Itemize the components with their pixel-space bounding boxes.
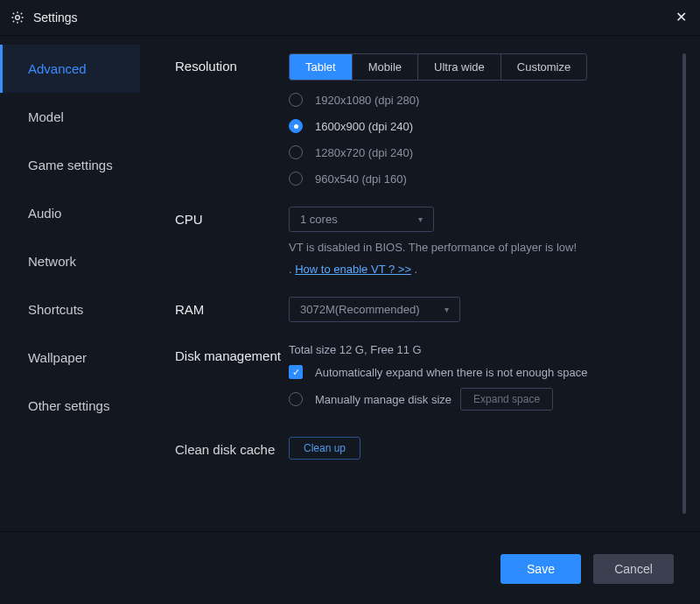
radio-icon <box>289 119 303 133</box>
sidebar-item-other-settings[interactable]: Other settings <box>0 382 140 430</box>
resolution-option-label: 1920x1080 (dpi 280) <box>315 94 419 107</box>
radio-icon <box>289 392 303 406</box>
radio-icon <box>289 172 303 186</box>
clean-up-button[interactable]: Clean up <box>289 437 360 460</box>
sidebar-item-shortcuts[interactable]: Shortcuts <box>0 285 140 334</box>
sidebar-item-game-settings[interactable]: Game settings <box>0 141 140 189</box>
disk-info: Total size 12 G, Free 11 G <box>289 343 665 356</box>
tab-customize[interactable]: Customize <box>501 54 586 80</box>
radio-icon <box>289 145 303 159</box>
disk-manual-option[interactable]: Manually manage disk size Expand space <box>289 388 665 411</box>
tab-mobile[interactable]: Mobile <box>353 54 418 80</box>
sidebar-item-model[interactable]: Model <box>0 93 140 141</box>
chevron-down-icon: ▾ <box>418 214 423 224</box>
radio-icon <box>289 93 303 107</box>
disk-manual-label: Manually manage disk size <box>315 393 452 406</box>
close-icon[interactable]: ✕ <box>672 9 690 26</box>
clean-label: Clean disk cache <box>175 437 289 457</box>
sidebar-item-wallpaper[interactable]: Wallpaper <box>0 334 140 382</box>
resolution-option[interactable]: 1600x900 (dpi 240) <box>289 119 665 133</box>
resolution-label: Resolution <box>175 53 289 74</box>
sidebar-item-network[interactable]: Network <box>0 237 140 285</box>
cpu-value: 1 cores <box>300 213 338 226</box>
vt-help-link[interactable]: How to enable VT ? >> <box>295 263 411 276</box>
cpu-warning: VT is disabled in BIOS. The performance … <box>289 241 665 254</box>
cpu-label: CPU <box>175 207 289 227</box>
resolution-option[interactable]: 1280x720 (dpi 240) <box>289 145 665 159</box>
sidebar: AdvancedModelGame settingsAudioNetworkSh… <box>0 36 140 531</box>
cpu-dropdown[interactable]: 1 cores ▾ <box>289 207 434 232</box>
ram-label: RAM <box>175 297 289 317</box>
footer: Save Cancel <box>0 532 700 604</box>
ram-dropdown[interactable]: 3072M(Recommended) ▾ <box>289 297 460 322</box>
checkbox-icon: ✓ <box>289 365 303 379</box>
disk-auto-label: Automatically expand when there is not e… <box>315 366 587 379</box>
resolution-option[interactable]: 1920x1080 (dpi 280) <box>289 93 665 107</box>
expand-space-button[interactable]: Expand space <box>460 388 553 411</box>
resolution-option-label: 1280x720 (dpi 240) <box>315 146 413 159</box>
chevron-down-icon: ▾ <box>444 305 449 314</box>
resolution-tabs: TabletMobileUltra wideCustomize <box>289 53 587 81</box>
scrollbar[interactable] <box>682 53 686 514</box>
cancel-button[interactable]: Cancel <box>593 554 674 584</box>
tab-ultra-wide[interactable]: Ultra wide <box>418 54 501 80</box>
titlebar: Settings ✕ <box>0 0 700 36</box>
resolution-option-label: 960x540 (dpi 160) <box>315 172 407 186</box>
disk-auto-option[interactable]: ✓ Automatically expand when there is not… <box>289 365 665 379</box>
svg-point-0 <box>16 16 20 20</box>
window-title: Settings <box>33 11 672 25</box>
main-panel: Resolution TabletMobileUltra wideCustomi… <box>140 36 700 531</box>
tab-tablet[interactable]: Tablet <box>290 54 353 80</box>
gear-icon <box>10 11 24 25</box>
resolution-option-label: 1600x900 (dpi 240) <box>315 120 413 133</box>
save-button[interactable]: Save <box>500 554 581 584</box>
ram-value: 3072M(Recommended) <box>300 303 420 316</box>
sidebar-item-advanced[interactable]: Advanced <box>0 45 140 93</box>
resolution-option[interactable]: 960x540 (dpi 160) <box>289 172 665 186</box>
disk-label: Disk management <box>175 343 289 363</box>
sidebar-item-audio[interactable]: Audio <box>0 189 140 237</box>
